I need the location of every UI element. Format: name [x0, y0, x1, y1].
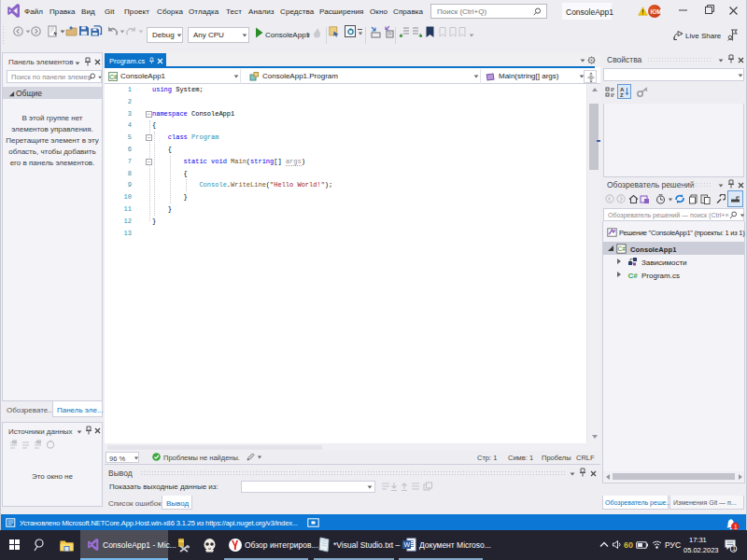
svg-text:C#: C# — [628, 272, 639, 280]
svg-text:W: W — [404, 541, 411, 548]
svg-text:1: 1 — [732, 545, 736, 552]
svg-text:C#: C# — [109, 74, 118, 80]
svg-text:Z: Z — [620, 92, 624, 98]
svg-text:C#: C# — [618, 245, 627, 252]
svg-text:1: 1 — [734, 524, 738, 530]
